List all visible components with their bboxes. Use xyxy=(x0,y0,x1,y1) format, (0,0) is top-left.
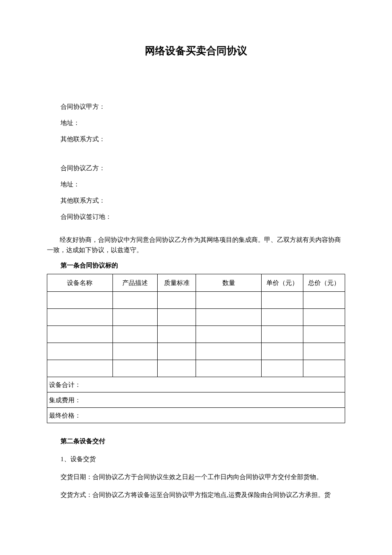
cell xyxy=(262,360,303,377)
cell xyxy=(196,309,262,326)
integration-fee: 集成费用： xyxy=(47,392,345,408)
cell xyxy=(47,343,113,360)
cell xyxy=(112,360,157,377)
field-address-a: 地址： xyxy=(47,118,345,128)
cell xyxy=(47,326,113,343)
header-quantity: 数量 xyxy=(196,274,262,292)
cell xyxy=(303,292,345,309)
header-equipment-name: 设备名称 xyxy=(47,274,113,292)
field-address-b: 地址： xyxy=(47,179,345,189)
cell xyxy=(157,326,196,343)
header-total-price: 总价（元） xyxy=(303,274,345,292)
cell xyxy=(112,343,157,360)
field-contact-b: 其他联系方式： xyxy=(47,195,345,206)
cell xyxy=(262,326,303,343)
cell xyxy=(157,360,196,377)
header-product-desc: 产品描述 xyxy=(112,274,157,292)
cell xyxy=(303,343,345,360)
table-row xyxy=(47,292,345,309)
field-sign-place: 合同协议签订地： xyxy=(47,212,345,222)
table-header-row: 设备名称 产品描述 质量标准 数量 单价（元） 总价（元） xyxy=(47,274,345,292)
summary-row-integration: 集成费用： xyxy=(47,392,345,408)
summary-row-final: 最终价格： xyxy=(47,408,345,423)
cell xyxy=(196,343,262,360)
cell xyxy=(196,326,262,343)
cell xyxy=(112,292,157,309)
cell xyxy=(47,309,113,326)
section-2-item-1: 1、设备交货 xyxy=(47,454,345,464)
cell xyxy=(196,292,262,309)
equipment-table: 设备名称 产品描述 质量标准 数量 单价（元） 总价（元） xyxy=(47,274,345,423)
cell xyxy=(157,309,196,326)
cell xyxy=(262,292,303,309)
cell xyxy=(47,360,113,377)
field-contact-a: 其他联系方式： xyxy=(47,134,345,144)
table-row xyxy=(47,309,345,326)
header-quality: 质量标准 xyxy=(157,274,196,292)
field-party-a: 合同协议甲方： xyxy=(47,102,345,112)
cell xyxy=(196,360,262,377)
section-1-heading: 第一条合同协议标的 xyxy=(47,260,345,270)
table-row xyxy=(47,343,345,360)
intro-paragraph: 经友好协商，合同协议中方同意合同协议乙方作为其网络项目的集成商。甲、乙双方就有关… xyxy=(47,235,345,255)
document-title: 网络设备买卖合同协议 xyxy=(47,43,345,59)
cell xyxy=(303,309,345,326)
cell xyxy=(303,360,345,377)
field-party-b: 合同协议乙方： xyxy=(47,163,345,173)
cell xyxy=(262,309,303,326)
table-row xyxy=(47,360,345,377)
cell xyxy=(47,292,113,309)
cell xyxy=(112,326,157,343)
cell xyxy=(112,309,157,326)
delivery-method-para: 交货方式：合同协议乙方将设备运至合同协议甲方指定地点,运费及保险由合同协议乙方承… xyxy=(47,490,345,500)
header-unit-price: 单价（元） xyxy=(262,274,303,292)
summary-row-total: 设备合计： xyxy=(47,377,345,392)
cell xyxy=(303,326,345,343)
table-row xyxy=(47,326,345,343)
cell xyxy=(262,343,303,360)
section-2-heading: 第二条设备交付 xyxy=(47,436,345,446)
delivery-date-para: 交货日期：合同协议乙方于合同协议生效之日起一个工作日内向合同协议甲方交付全部货物… xyxy=(47,472,345,482)
cell xyxy=(157,343,196,360)
final-price: 最终价格： xyxy=(47,408,345,423)
equipment-total: 设备合计： xyxy=(47,377,345,392)
cell xyxy=(157,292,196,309)
